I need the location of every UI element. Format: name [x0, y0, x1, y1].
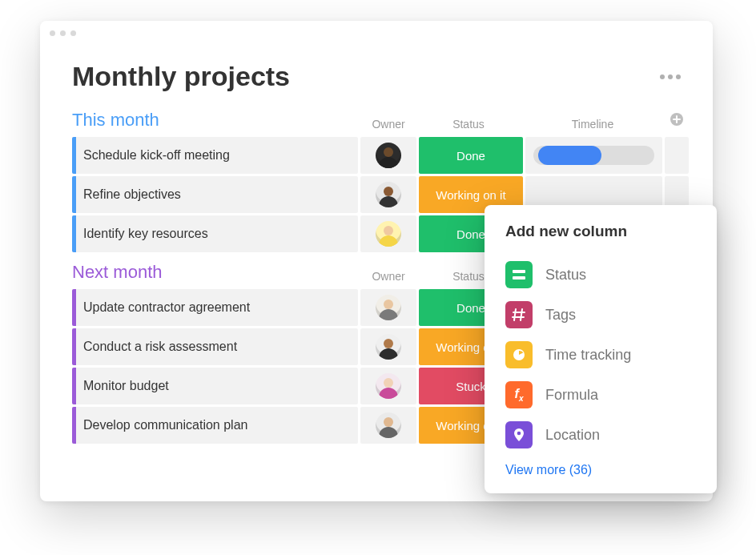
column-type-label: Status: [545, 267, 586, 284]
svg-rect-2: [513, 276, 525, 280]
owner-cell[interactable]: [360, 137, 416, 174]
group-title[interactable]: This month: [72, 110, 360, 131]
owner-cell[interactable]: [360, 215, 416, 252]
task-cell[interactable]: Conduct a risk assessment: [72, 328, 358, 365]
column-type-option[interactable]: Tags: [505, 295, 696, 335]
task-cell[interactable]: Identify key resources: [72, 215, 358, 252]
column-type-label: Tags: [545, 307, 576, 324]
timeline-bar: [533, 146, 654, 165]
status-cell[interactable]: Done: [419, 137, 523, 174]
owner-cell[interactable]: [360, 176, 416, 213]
column-type-label: Time tracking: [545, 347, 631, 364]
traffic-light-zoom[interactable]: [70, 30, 76, 36]
group-title[interactable]: Next month: [72, 262, 360, 283]
column-type-option[interactable]: Location: [505, 415, 696, 455]
task-cell[interactable]: Monitor budget: [72, 368, 358, 404]
avatar: [376, 182, 401, 207]
fx-icon: fx: [505, 381, 533, 408]
row-tail: [665, 137, 689, 174]
owner-cell[interactable]: [360, 289, 416, 326]
task-cell[interactable]: Update contractor agreement: [72, 289, 358, 326]
table-row: Schedule kick-off meetingDone: [72, 137, 689, 174]
column-type-label: Formula: [545, 387, 598, 404]
column-type-option[interactable]: fxFormula: [505, 375, 696, 415]
column-header-owner[interactable]: Owner: [360, 270, 416, 283]
owner-cell[interactable]: [360, 328, 416, 365]
board-title: Monthly projects: [72, 61, 290, 92]
column-header-status[interactable]: Status: [416, 118, 521, 131]
clock-icon: [505, 341, 533, 368]
add-column-button[interactable]: [665, 112, 689, 131]
column-header-owner[interactable]: Owner: [360, 118, 416, 131]
column-type-option[interactable]: Time tracking: [505, 335, 696, 375]
owner-cell[interactable]: [360, 368, 416, 404]
avatar: [376, 412, 401, 438]
task-cell[interactable]: Develop communication plan: [72, 407, 358, 444]
svg-rect-1: [513, 270, 525, 273]
task-cell[interactable]: Refine objectives: [72, 176, 358, 213]
avatar: [376, 143, 401, 168]
avatar: [376, 221, 401, 247]
avatar: [376, 295, 401, 320]
column-type-option[interactable]: Status: [505, 255, 696, 295]
traffic-light-minimize[interactable]: [60, 30, 66, 36]
add-column-popup: Add new column StatusTagsTime trackingfx…: [485, 205, 717, 493]
avatar: [376, 373, 401, 399]
svg-point-4: [517, 432, 521, 436]
window-titlebar: [40, 21, 713, 38]
owner-cell[interactable]: [360, 407, 416, 444]
avatar: [376, 334, 401, 360]
board-header: Monthly projects: [40, 38, 713, 100]
column-type-label: Location: [545, 427, 600, 444]
timeline-cell[interactable]: [525, 137, 662, 174]
status-icon: [505, 261, 533, 288]
group-header: This month Owner Status Timeline: [72, 110, 689, 131]
pin-icon: [505, 421, 533, 448]
column-header-timeline[interactable]: Timeline: [521, 118, 665, 131]
board-more-button[interactable]: [660, 74, 681, 79]
hash-icon: [505, 301, 533, 328]
popup-view-more[interactable]: View more (36): [505, 463, 696, 477]
task-cell[interactable]: Schedule kick-off meeting: [72, 137, 358, 174]
traffic-light-close[interactable]: [50, 30, 55, 36]
popup-title: Add new column: [505, 223, 696, 240]
